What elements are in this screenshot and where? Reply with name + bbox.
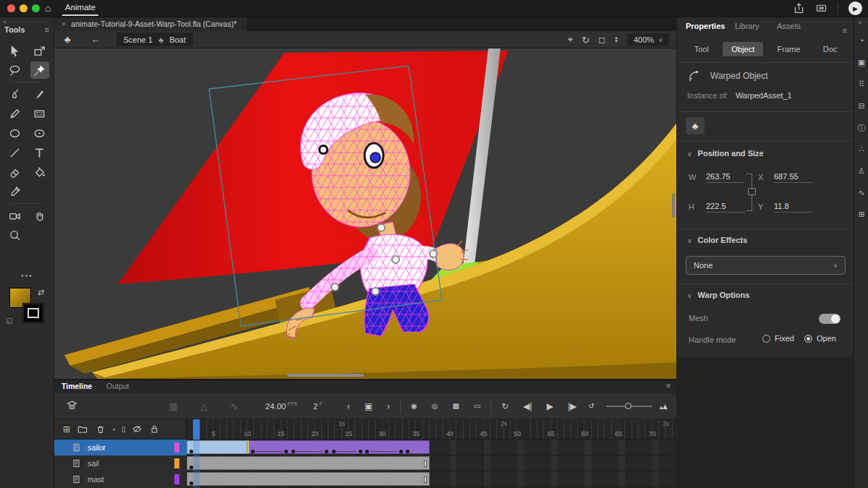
selection-tool[interactable] [6, 42, 25, 59]
motion-editor-panel-icon[interactable]: ∿ [854, 188, 868, 197]
center-stage-icon[interactable]: ⌖ [568, 34, 573, 46]
tools-panel-menu-icon[interactable]: ≡ [45, 25, 49, 34]
home-icon[interactable]: ⌂ [45, 2, 51, 14]
hand-tool[interactable] [30, 207, 49, 224]
paint-bucket-tool[interactable] [30, 163, 49, 181]
frame-rate-display[interactable]: 24.00FPS [265, 401, 297, 411]
modify-markers-icon[interactable]: ▭ [468, 402, 486, 410]
frames-view-icon[interactable]: ▥ [163, 401, 183, 411]
layer-outline-color[interactable] [174, 442, 179, 453]
layer-row-sailor[interactable]: sailor [54, 440, 187, 455]
line-tool[interactable] [6, 144, 25, 161]
minimize-window-button[interactable] [20, 4, 27, 12]
motion-presets-panel-icon[interactable]: ◔ [854, 36, 868, 45]
color-effects-dropdown[interactable]: None ∨ [686, 256, 846, 275]
expand-dock-icon[interactable]: » [858, 19, 861, 26]
frame-span[interactable] [187, 456, 430, 470]
layer-outline-color[interactable] [174, 474, 179, 484]
outline-column-icon[interactable]: ▯ [122, 425, 126, 433]
close-window-button[interactable] [7, 4, 15, 12]
tab-library[interactable]: Library [735, 22, 760, 30]
section-warp-options[interactable]: ∨Warp Options [687, 291, 749, 299]
delete-layer-icon[interactable] [95, 424, 106, 435]
swap-colors-icon[interactable]: ⇄ [38, 288, 44, 297]
layer-name[interactable]: sailor [88, 443, 106, 452]
frame-ruler[interactable]: 510152025303540455055606570 [187, 428, 676, 440]
next-keyframe-icon[interactable]: › [381, 401, 396, 411]
layer-name[interactable]: mast [88, 475, 104, 484]
clip-content-icon[interactable]: ◻ [598, 35, 605, 45]
reset-timeline-zoom-icon[interactable]: ↺ [582, 402, 600, 410]
x-field[interactable]: 687.55 [774, 172, 813, 183]
zoom-level-dropdown[interactable]: 400% ∨ [627, 33, 669, 46]
height-field[interactable]: 222.5 [706, 202, 745, 213]
device-preview-icon[interactable] [815, 2, 827, 14]
layer-name[interactable]: sail [88, 459, 99, 468]
zoom-tool[interactable] [6, 226, 25, 244]
vertical-scrollbar[interactable] [672, 193, 675, 218]
rig-panel-icon[interactable]: ♙ [854, 166, 868, 176]
text-tool[interactable] [30, 144, 49, 161]
frames-row-sailor[interactable] [187, 440, 676, 455]
tab-output[interactable]: Output [106, 382, 129, 390]
default-colors-icon[interactable]: ◱ [6, 317, 12, 325]
edit-multiple-frames-icon[interactable]: ▩ [446, 402, 464, 410]
swap-asset-button[interactable]: ♣ [686, 117, 705, 134]
slider-knob[interactable] [625, 403, 631, 409]
collapse-panel-icon[interactable]: « [3, 18, 7, 25]
subtab-frame[interactable]: Frame [769, 42, 809, 56]
subtab-doc[interactable]: Doc [814, 42, 846, 56]
layer-outline-color[interactable] [174, 458, 179, 468]
breadcrumb-symbol[interactable]: Boat [169, 35, 186, 44]
frames-row-sail[interactable] [187, 455, 676, 471]
window-controls[interactable] [7, 4, 44, 14]
radio-open[interactable]: Open [804, 334, 836, 343]
output-panel-icon[interactable]: ▣ [854, 58, 868, 67]
layer-row-sail[interactable]: sail [54, 455, 187, 471]
step-forward-icon[interactable]: |▶ [562, 401, 582, 411]
layers-view-icon[interactable] [54, 400, 84, 412]
radio-circle[interactable] [804, 335, 812, 343]
oval-primitive-tool[interactable] [30, 124, 49, 142]
new-layer-icon[interactable]: ⊞ [63, 424, 70, 435]
width-field[interactable]: 263.75 [706, 172, 745, 183]
y-field[interactable]: 11.8 [774, 202, 813, 213]
timeline-menu-icon[interactable]: ≡ [666, 382, 671, 390]
classic-brush-tool[interactable] [30, 85, 49, 103]
current-frame-display[interactable]: 2F [313, 401, 323, 411]
more-tools-icon[interactable]: ••• [0, 272, 54, 280]
eraser-tool[interactable] [6, 163, 25, 181]
tween-span[interactable] [247, 440, 430, 454]
frames-row-mast[interactable] [187, 471, 676, 487]
document-tab[interactable]: ×animate-Tutorial-9-Asset-Warp-Tool.fla … [54, 17, 247, 31]
new-folder-icon[interactable] [77, 424, 88, 435]
maximize-window-button[interactable] [32, 4, 40, 12]
fluid-brush-tool[interactable] [6, 85, 25, 103]
mesh-toggle[interactable] [819, 314, 841, 324]
onion-skin-icon[interactable]: ◉ [405, 402, 423, 410]
tab-properties[interactable]: Properties [686, 22, 725, 30]
graph-editor-icon[interactable]: ∿ [225, 401, 244, 411]
frame-span[interactable] [187, 472, 430, 486]
timeline-zoom-slider[interactable] [606, 406, 652, 407]
loop-icon[interactable]: ↻ [495, 401, 514, 411]
step-back-icon[interactable]: ◀| [517, 401, 537, 411]
hide-all-layers-icon[interactable] [132, 424, 142, 435]
subtab-object[interactable]: Object [723, 42, 763, 56]
back-arrow-icon[interactable]: ← [91, 34, 101, 45]
subtab-tool[interactable]: Tool [686, 42, 718, 56]
horizontal-scrollbar[interactable] [287, 374, 364, 377]
section-color-effects[interactable]: ∨Color Effects [687, 236, 747, 244]
close-document-icon[interactable]: × [61, 20, 66, 28]
frame-size-icon[interactable]: ▲▲ [658, 402, 676, 411]
radio-circle[interactable] [762, 335, 770, 343]
tab-assets[interactable]: Assets [777, 22, 801, 30]
pencil-tool[interactable] [6, 105, 25, 122]
tab-animate[interactable]: Animate [62, 3, 98, 16]
parenting-view-icon[interactable]: △ [195, 401, 213, 411]
stroke-color-swatch[interactable] [22, 303, 44, 323]
oval-tool[interactable] [6, 124, 25, 142]
frames-pane[interactable]: 1s2s3s 510152025303540455055606570 [187, 419, 676, 488]
camera-tool[interactable] [6, 207, 25, 224]
zoom-stepper[interactable]: ▲▼ [614, 36, 618, 43]
